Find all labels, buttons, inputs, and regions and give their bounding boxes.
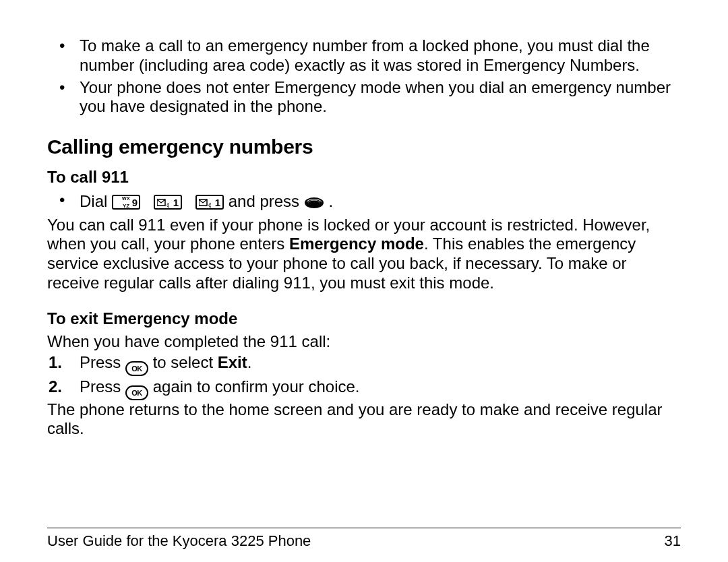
dial-instruction-list: Dial WXYZ9 @ 1 @ 1 and press <box>47 191 681 212</box>
heading-to-call-911: To call 911 <box>47 168 681 187</box>
exit-intro: When you have completed the 911 call: <box>47 332 681 352</box>
text: Press <box>80 353 125 371</box>
text: Dial <box>80 192 112 210</box>
key-1-icon: @ 1 <box>154 195 182 210</box>
text: to select <box>153 353 218 371</box>
key-1-icon: @ 1 <box>195 195 224 210</box>
intro-bullet-list: To make a call to an emergency number fr… <box>47 36 681 117</box>
list-item: Press OK to select Exit. <box>47 352 681 376</box>
page-number: 31 <box>665 532 681 550</box>
ok-key-icon: OK <box>125 361 148 376</box>
ok-key-icon: OK <box>125 385 148 400</box>
list-item: To make a call to an emergency number fr… <box>47 36 681 75</box>
list-item: Your phone does not enter Emergency mode… <box>47 78 681 117</box>
heading-calling-emergency: Calling emergency numbers <box>47 135 681 158</box>
exit-bold: Exit <box>218 353 247 371</box>
text: again to confirm your choice. <box>153 377 360 396</box>
page-footer: User Guide for the Kyocera 3225 Phone 31 <box>47 528 681 550</box>
footer-title: User Guide for the Kyocera 3225 Phone <box>47 532 311 550</box>
emergency-mode-paragraph: You can call 911 even if your phone is l… <box>47 216 681 293</box>
text: and press <box>229 192 304 210</box>
svg-text:@: @ <box>166 201 169 208</box>
exit-steps-list: Press OK to select Exit. Press OK again … <box>47 352 681 400</box>
list-item: Dial WXYZ9 @ 1 @ 1 and press <box>47 191 681 212</box>
key-9-icon: WXYZ9 <box>112 195 140 210</box>
page: To make a call to an emergency number fr… <box>0 0 728 562</box>
svg-text:@: @ <box>208 201 211 208</box>
svg-point-8 <box>308 201 320 206</box>
text: . <box>247 353 252 371</box>
text: Press <box>80 377 125 396</box>
heading-to-exit: To exit Emergency mode <box>47 309 681 328</box>
text: . <box>328 192 333 210</box>
send-key-icon <box>304 193 324 205</box>
emergency-mode-bold: Emergency mode <box>289 235 424 253</box>
list-item: Press OK again to confirm your choice. <box>47 376 681 400</box>
exit-outro: The phone returns to the home screen and… <box>47 400 681 439</box>
